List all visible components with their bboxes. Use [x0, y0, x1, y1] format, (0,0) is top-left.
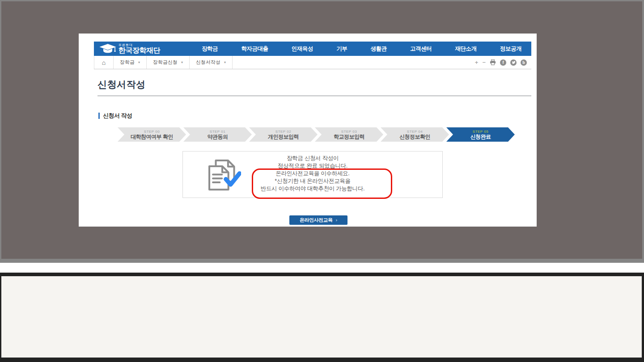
chevron-down-icon: ▾ [138, 60, 140, 64]
page-tools: + − f b [475, 56, 531, 69]
message-line-1: 장학금 신청서 작성이 [183, 155, 442, 162]
graduation-cap-icon [99, 43, 117, 55]
chevron-right-icon: › [335, 218, 337, 223]
step-03: STEP 03 학교정보입력 [315, 127, 383, 142]
logo-name: 한국장학재단 [119, 47, 160, 54]
nav-item-student-loan[interactable]: 학자금대출 [241, 45, 268, 53]
section-heading: 신청서 작성 [98, 112, 132, 120]
nav-item-talent[interactable]: 인재육성 [292, 45, 313, 53]
nav-item-customer-center[interactable]: 고객센터 [410, 45, 432, 53]
blog-icon[interactable]: b [521, 59, 527, 66]
nav-item-scholarship[interactable]: 장학금 [202, 45, 218, 53]
chevron-down-icon: ▾ [224, 60, 226, 64]
nav-item-donation[interactable]: 기부 [336, 45, 347, 53]
nav-item-disclosure[interactable]: 정보공개 [500, 45, 521, 53]
twitter-icon[interactable] [510, 59, 517, 66]
bottom-empty-panel [1, 276, 642, 358]
step-00: STEP 00 대학참여여부 확인 [118, 127, 186, 142]
chevron-down-icon: ▾ [181, 60, 183, 64]
site-logo[interactable]: 푸른등대 한국장학재단 [94, 43, 186, 55]
title-divider [97, 96, 531, 96]
message-line-4: *신청기한 내 온라인사전교육을 [183, 177, 442, 185]
bottom-frame [0, 273, 644, 362]
online-pre-education-button[interactable]: 온라인사전교육 › [289, 215, 347, 225]
step-05-active: STEP 05 신청완료 [446, 127, 515, 142]
facebook-icon[interactable]: f [500, 59, 506, 66]
global-nav-menu: 장학금 학자금대출 인재육성 기부 생활관 고객센터 재단소개 정보공개 [186, 45, 531, 53]
nav-item-about[interactable]: 재단소개 [455, 45, 477, 53]
step-02: STEP 02 개인정보입력 [249, 127, 318, 142]
breadcrumb-item-scholarship[interactable]: 장학금 ▾ [114, 56, 147, 69]
zoom-out-button[interactable]: − [482, 59, 486, 65]
step-04: STEP 04 신청정보확인 [381, 127, 449, 142]
home-button[interactable]: ⌂ [94, 56, 114, 69]
section-accent-bar [98, 113, 100, 119]
browser-screenshot-panel: 푸른등대 한국장학재단 장학금 학자금대출 인재육성 기부 생활관 고객센터 재… [79, 34, 537, 227]
step-01: STEP 01 약관동의 [183, 127, 252, 142]
completion-message: 장학금 신청서 작성이 정상적으로 완료 되었습니다. 온라인사전교육을 이수하… [183, 155, 442, 193]
page-title: 신청서작성 [97, 78, 146, 91]
nav-item-dormitory[interactable]: 생활관 [371, 45, 387, 53]
screenshot-stage: 푸른등대 한국장학재단 장학금 학자금대출 인재육성 기부 생활관 고객센터 재… [0, 0, 644, 362]
message-line-2: 정상적으로 완료 되었습니다. [183, 162, 442, 170]
breadcrumb-item-form[interactable]: 신청서작성 ▾ [190, 56, 233, 69]
home-icon: ⌂ [102, 59, 106, 66]
breadcrumb: ⌂ 장학금 ▾ 장학금신청 ▾ 신청서작성 ▾ + − [94, 56, 531, 69]
completion-message-box: 장학금 신청서 작성이 정상적으로 완료 되었습니다. 온라인사전교육을 이수하… [182, 151, 443, 198]
message-line-5: 반드시 이수하여야 대학추천이 가능합니다. [183, 185, 442, 193]
section-title: 신청서 작성 [103, 112, 132, 120]
step-indicator: STEP 00 대학참여여부 확인 STEP 01 약관동의 STEP 02 개… [118, 127, 515, 142]
message-line-3: 온라인사전교육을 이수하세요. [183, 170, 442, 177]
logo-small-text: 푸른등대 [119, 43, 160, 46]
breadcrumb-item-apply[interactable]: 장학금신청 ▾ [147, 56, 190, 69]
printer-icon[interactable] [490, 59, 496, 65]
zoom-in-button[interactable]: + [475, 59, 479, 65]
global-nav-bar: 푸른등대 한국장학재단 장학금 학자금대출 인재육성 기부 생활관 고객센터 재… [94, 42, 531, 56]
